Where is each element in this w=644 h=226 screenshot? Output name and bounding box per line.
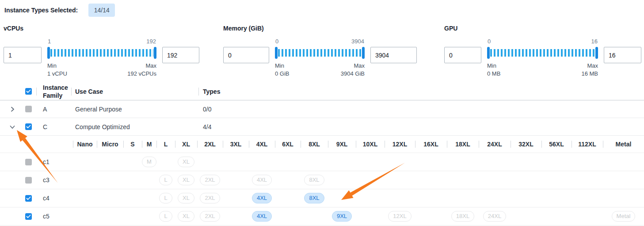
size-column-xl: XL (175, 136, 197, 153)
size-pill-c3-8xl[interactable]: 8XL (304, 175, 324, 185)
size-cell (385, 189, 415, 207)
size-pill-c5-4xl[interactable]: 4XL (252, 211, 272, 222)
size-pill-c4-8xl[interactable]: 8XL (304, 193, 324, 203)
filter-title: Memory (GiB) (223, 25, 417, 32)
slider-handle-max[interactable] (362, 47, 365, 59)
slider-handle-min[interactable] (275, 47, 278, 59)
filter-memory: Memory (GiB) 0 3904 Min0 GiB (223, 25, 417, 78)
size-pill-c3-4xl[interactable]: 4XL (252, 175, 272, 185)
family-types-count: 0/0 (203, 106, 211, 113)
size-cell (123, 171, 142, 189)
size-pill-c5-9xl[interactable]: 9XL (332, 211, 352, 222)
size-cell (73, 189, 97, 207)
size-cell (97, 207, 123, 225)
column-divider (156, 141, 157, 148)
column-divider (328, 141, 328, 148)
size-column-label: 8XL (309, 141, 320, 148)
size-pill-c4-xl[interactable]: XL (178, 193, 194, 203)
column-divider (541, 141, 542, 148)
memory-min-input[interactable] (223, 47, 269, 63)
c4-checkbox[interactable] (25, 195, 32, 202)
family-c-checkbox[interactable] (25, 123, 32, 130)
slider-handle-min[interactable] (487, 47, 490, 59)
size-cell (356, 189, 385, 207)
size-column-micro: Micro (97, 136, 123, 153)
size-pill-c5-2xl[interactable]: 2XL (200, 211, 220, 222)
size-column-56xl: 56XL (541, 136, 572, 153)
selection-summary: Instance Types Selected: 14/14 (4, 4, 115, 17)
size-pill-c5-xl[interactable]: XL (178, 211, 194, 222)
size-column-nano: Nano (73, 136, 97, 153)
size-column-label: Metal (616, 141, 632, 148)
size-pill-c5-metal[interactable]: Metal (612, 211, 636, 222)
slider-scale-min: 1 (48, 38, 51, 45)
size-pill-c1-xl[interactable]: XL (178, 157, 194, 167)
size-pill-c3-xl[interactable]: XL (178, 175, 194, 185)
vcpus-slider: 1 192 Min1 vCPU Max192 vCPUs (47, 38, 156, 78)
size-cell (541, 153, 572, 171)
size-column-112xl: 112XL (572, 136, 603, 153)
size-cell (385, 153, 415, 171)
size-cell (415, 189, 447, 207)
size-pill-c4-l[interactable]: L (159, 193, 172, 203)
chevron-down-icon[interactable] (9, 124, 15, 130)
size-pill-c5-l[interactable]: L (159, 211, 172, 222)
size-column-label: 12XL (392, 141, 407, 148)
slider-handle-min[interactable] (47, 47, 50, 59)
family-a-checkbox[interactable] (25, 106, 32, 112)
size-pill-c4-2xl[interactable]: 2XL (200, 193, 220, 203)
size-pill-c5-24xl[interactable]: 24XL (483, 211, 506, 222)
size-column-6xl: 6XL (275, 136, 301, 153)
vcpus-max-input[interactable] (162, 47, 199, 63)
vcpus-min-input[interactable] (4, 47, 42, 63)
size-column-m: M (142, 136, 156, 153)
size-cell (275, 207, 301, 225)
gpu-max-input[interactable] (604, 47, 641, 63)
size-cell: 12XL (385, 207, 415, 225)
size-column-label: 112XL (578, 141, 596, 148)
size-cell (301, 153, 328, 171)
family-row-c: C Compute Optimized 4/4 (0, 118, 644, 136)
size-pill-c5-18xl[interactable]: 18XL (451, 211, 474, 222)
slider-handle-max[interactable] (154, 47, 156, 59)
size-cell (142, 189, 156, 207)
c3-checkbox[interactable] (25, 177, 32, 184)
slider-scale-min: 0 (275, 38, 278, 45)
column-divider (97, 141, 97, 148)
size-cell (223, 153, 249, 171)
size-pill-c4-4xl[interactable]: 4XL (252, 193, 272, 203)
size-cell (385, 171, 415, 189)
c1-checkbox[interactable] (25, 159, 32, 165)
size-column-label: Micro (102, 141, 118, 148)
size-cell: 4XL (249, 189, 275, 207)
family-use-case: General Purpose (75, 106, 122, 113)
size-cell: 2XL (197, 171, 223, 189)
size-column-8xl: 8XL (301, 136, 328, 153)
gpu-min-input[interactable] (444, 47, 481, 63)
size-cell (123, 153, 142, 171)
size-column-label: S (130, 141, 134, 148)
size-pill-c3-l[interactable]: L (159, 175, 172, 185)
size-cell (541, 171, 572, 189)
size-pill-c1-m[interactable]: M (142, 157, 156, 167)
size-pill-c5-12xl[interactable]: 12XL (388, 211, 411, 222)
slider-scale-max: 192 (146, 38, 156, 45)
size-column-24xl: 24XL (479, 136, 511, 153)
slider-handle-max[interactable] (595, 47, 598, 59)
size-pill-c3-2xl[interactable]: 2XL (200, 175, 220, 185)
size-cell: XL (175, 153, 197, 171)
size-column-label: 4XL (256, 141, 268, 148)
size-cell (223, 207, 249, 225)
slider-max-caption: Max16 MB (581, 62, 598, 78)
chevron-right-icon[interactable] (9, 106, 15, 112)
memory-max-input[interactable] (370, 47, 417, 63)
slider-max-caption: Max192 vCPUs (127, 62, 156, 78)
size-cell (541, 189, 572, 207)
slider-min-caption: Min0 MB (487, 62, 500, 78)
select-all-checkbox[interactable] (25, 88, 32, 95)
c5-checkbox[interactable] (25, 213, 32, 220)
size-cell (123, 189, 142, 207)
slider-max-caption: Max3904 GiB (341, 62, 365, 78)
size-cell: 18XL (447, 207, 479, 225)
check-icon (26, 89, 31, 93)
